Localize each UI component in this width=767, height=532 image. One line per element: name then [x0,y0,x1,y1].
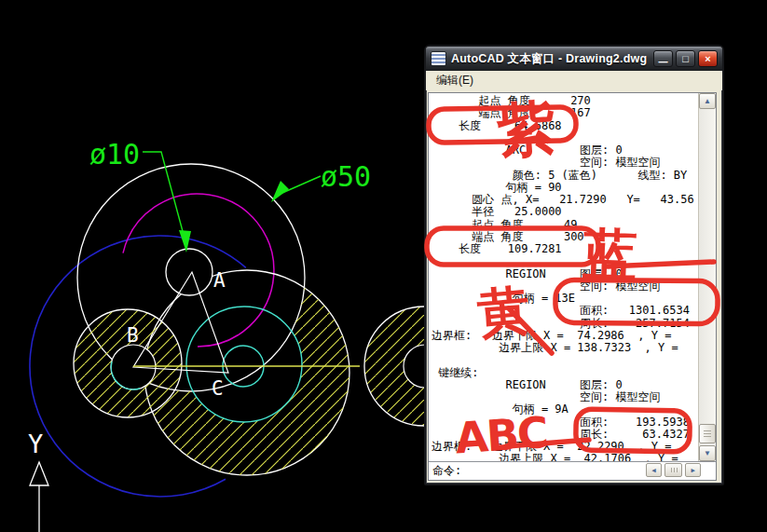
console-line: 起点 角度 49 [431,219,698,231]
maximize-icon: □ [682,54,689,64]
window-icon [431,51,446,66]
ucs-arrowhead-icon [30,462,48,485]
scroll-up-button[interactable]: ▲ [699,93,716,109]
horizontal-scrollbar[interactable]: ◀ ▶ [646,463,701,477]
text-window: AutoCAD 文本窗口 - Drawing2.dwg — □ × 编辑(E) … [424,45,724,485]
maximize-button[interactable]: □ [676,50,695,67]
console-line: 颜色: 5 (蓝色) 线型: BY [431,170,698,182]
console-line: 周长: 63.4327 [431,429,698,441]
horizontal-scroll-thumb[interactable] [664,463,682,477]
console-line: 键继续: [431,367,698,379]
console-line: 空间: 模型空间 [431,280,698,293]
console-line: 面积: 1301.6534 [431,305,698,317]
dimension-o50[interactable]: ø50 [271,160,371,202]
console-line: 空间: 模型空间 [431,157,698,169]
scroll-right-button[interactable]: ▶ [685,463,701,477]
dim-o10-text[interactable]: ø10 [89,138,140,171]
label-point-a[interactable]: A [213,269,226,292]
console-line: 长度 64.6868 [431,120,698,132]
circle-a-inner[interactable] [166,249,212,295]
console-line: ARC 图层: 0 [431,144,698,157]
cyan-circle-c-outer[interactable] [186,307,302,422]
window-body: 起点 角度 270 端点 角度 167 长度 64.6868 ARC 图层: 0… [426,90,722,484]
console-line [431,132,698,144]
close-button[interactable]: × [698,50,718,67]
console-line: 边界框: 边界下限 X = 74.2986 , Y = [431,330,698,342]
window-controls: — □ × [653,50,718,67]
label-point-c[interactable]: C [212,377,224,400]
console-line: 句柄 = 9A [431,403,698,416]
titlebar[interactable]: AutoCAD 文本窗口 - Drawing2.dwg — □ × [426,47,722,71]
console-line: 周长: 257.7154 [431,318,698,330]
console-line: 句柄 = 90 [431,182,698,194]
command-line[interactable]: 命令: ◀ ▶ [429,461,716,480]
scroll-down-button[interactable]: ▼ [699,445,716,461]
dim-o50-leader[interactable] [282,176,321,193]
command-prompt: 命令: [432,463,461,479]
scroll-left-icon: ◀ [651,467,655,474]
console-line: 半径 25.0000 [431,206,698,218]
console-line: 边界上限 X = 42.1706 , Y = [431,453,698,461]
console-history: 起点 角度 270 端点 角度 167 长度 64.6868 ARC 图层: 0… [429,93,716,461]
console-line: 长度 109.7281 [431,243,698,255]
scroll-right-icon: ▶ [691,467,694,474]
console-line: 句柄 = 13E [431,293,698,305]
ucs-icon: Y [28,430,48,532]
dimension-o10[interactable]: ø10 [89,138,191,252]
minimize-button[interactable]: — [653,50,673,67]
console: 起点 角度 270 端点 角度 167 长度 64.6868 ARC 图层: 0… [428,92,717,481]
console-line: 端点 角度 300 [431,231,698,243]
scroll-up-icon: ▲ [704,97,711,105]
console-line: 边界框: 边界下限 X = 22.2290 , Y = [431,441,698,453]
console-line: 边界上限 X = 138.7323 , Y = [431,342,698,354]
console-text-area[interactable]: 起点 角度 270 端点 角度 167 长度 64.6868 ARC 图层: 0… [429,93,698,461]
window-title: AutoCAD 文本窗口 - Drawing2.dwg [451,51,649,67]
console-line [431,354,698,366]
minimize-icon: — [659,58,668,67]
console-line: 圆心 点, X= 21.7290 Y= 43.56 [431,194,698,206]
dim-o50-text[interactable]: ø50 [321,160,371,193]
console-line: 空间: 模型空间 [431,391,698,403]
console-line: 端点 角度 167 [431,107,698,119]
console-line [431,255,698,267]
console-line: 面积: 193.5938 [431,416,698,429]
label-point-b[interactable]: B [127,324,139,347]
console-line: 起点 角度 270 [431,95,698,107]
console-line: REGION 图层: 0 [431,268,698,280]
autocad-screen: A B C ø10 ø50 Y AutoCAD 文本窗口 - Drawing2.… [0,0,767,532]
menu-edit[interactable]: 编辑(E) [432,72,477,89]
scroll-left-button[interactable]: ◀ [646,463,662,477]
close-icon: × [705,54,710,64]
ucs-y-label: Y [28,430,43,458]
scroll-down-icon: ▼ [704,449,711,457]
vertical-scroll-thumb[interactable] [699,424,716,443]
console-line: REGION 图层: 0 [431,379,698,391]
menubar: 编辑(E) [426,71,722,90]
vertical-scrollbar[interactable]: ▲ ▼ [698,93,716,461]
